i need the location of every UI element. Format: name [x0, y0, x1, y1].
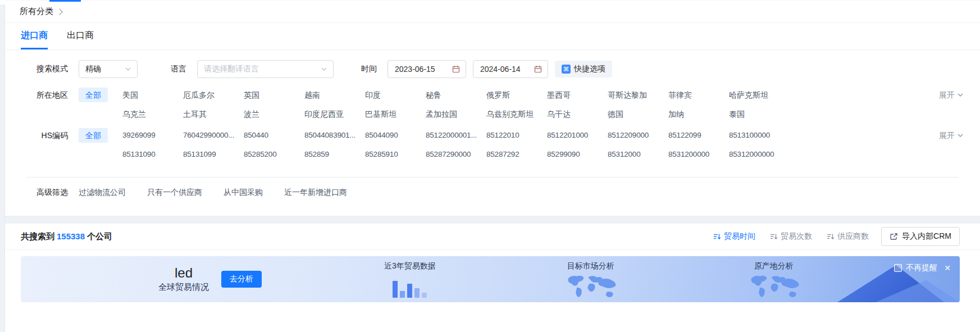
- region-option[interactable]: 印度: [365, 87, 426, 103]
- region-option[interactable]: 俄罗斯: [486, 87, 547, 103]
- advanced-option[interactable]: 近一年新增进口商: [284, 188, 347, 198]
- region-list-row2: 乌克兰土耳其波兰印度尼西亚巴基斯坦孟加拉国乌兹别克斯坦乌干达德国加纳泰国: [122, 106, 790, 122]
- region-option[interactable]: 英国: [244, 87, 304, 103]
- sort-option-label: 贸易时间: [724, 231, 755, 242]
- sort-option[interactable]: 供应商数: [827, 231, 869, 242]
- region-option[interactable]: 乌兹别克斯坦: [486, 106, 547, 122]
- end-date-input[interactable]: 2024-06-14: [473, 60, 548, 78]
- search-mode-value: 精确: [85, 64, 101, 74]
- hs-code-option[interactable]: 85044083901...: [304, 128, 365, 143]
- import-crm-button[interactable]: 导入内部CRM: [881, 227, 960, 246]
- start-date-input[interactable]: 2023-06-15: [388, 60, 466, 78]
- dont-remind-checkbox[interactable]: [894, 264, 902, 272]
- sort-icon: [770, 233, 778, 240]
- hs-code-option[interactable]: 85312000: [608, 147, 668, 162]
- active-top-tab-indicator: [49, 0, 81, 2]
- advanced-option[interactable]: 从中国采购: [224, 188, 263, 198]
- sort-option[interactable]: 贸易次数: [770, 231, 812, 242]
- region-option[interactable]: 菲律宾: [668, 87, 729, 103]
- hs-code-option[interactable]: 85285200: [244, 147, 304, 162]
- trade-data-section[interactable]: 近3年贸易数据: [384, 256, 436, 302]
- keyword-block: led 全球贸易情况: [158, 256, 209, 302]
- region-option[interactable]: 泰国: [729, 106, 790, 122]
- region-filter-row: 所在地区 全部 美国厄瓜多尔英国越南印度秘鲁俄罗斯墨西哥哥斯达黎加菲律宾哈萨克斯…: [6, 87, 980, 122]
- hs-code-option[interactable]: 8513100000: [729, 128, 790, 143]
- region-option[interactable]: 波兰: [244, 106, 304, 122]
- quick-options-label: 快捷选项: [574, 64, 605, 74]
- filter-card: 搜索模式 精确 语言 请选择翻译语言 时间 2023-06-15 2024-06…: [6, 60, 980, 216]
- region-expand-link[interactable]: 展开: [939, 87, 980, 103]
- sort-option-label: 贸易次数: [781, 231, 812, 242]
- importer-exporter-tabs: 进口商出口商: [6, 22, 980, 50]
- hs-code-option[interactable]: 39269099: [122, 128, 183, 143]
- breadcrumb-label[interactable]: 所有分类: [20, 6, 53, 17]
- hs-code-option[interactable]: 85122010: [486, 128, 547, 143]
- command-icon: ⌘: [562, 65, 571, 74]
- region-option[interactable]: 乌干达: [547, 106, 608, 122]
- world-map-icon: [747, 274, 801, 298]
- region-option[interactable]: 加纳: [668, 106, 729, 122]
- advanced-option[interactable]: 只有一个供应商: [147, 188, 202, 198]
- hs-code-option[interactable]: 85131099: [183, 147, 244, 162]
- results-card: 共搜索到155338个公司 贸易时间 贸易次数 供应商数 导入内部CRM: [6, 224, 980, 302]
- time-label: 时间: [360, 64, 377, 74]
- advanced-option[interactable]: 过滤物流公司: [79, 188, 126, 198]
- breadcrumb[interactable]: 所有分类: [6, 0, 980, 22]
- hs-code-list-row1: 3926909976042990000...85044085044083901.…: [122, 128, 790, 143]
- region-option[interactable]: 秘鲁: [426, 87, 486, 103]
- hs-code-option[interactable]: 85287292: [486, 147, 547, 162]
- dismiss-controls: 不再提醒 ✕: [894, 256, 951, 302]
- hs-code-option[interactable]: 85312000000: [729, 147, 790, 162]
- filter-divider: [27, 177, 959, 178]
- sort-option[interactable]: 贸易时间: [713, 231, 755, 242]
- region-option[interactable]: 乌克兰: [122, 106, 183, 122]
- hs-code-option[interactable]: 8531200000: [668, 147, 729, 162]
- hs-code-option[interactable]: 8512209000: [608, 128, 668, 143]
- search-mode-select[interactable]: 精确: [79, 60, 138, 78]
- bar: [422, 293, 427, 298]
- region-all-tag[interactable]: 全部: [79, 88, 108, 102]
- tab[interactable]: 进口商: [21, 23, 48, 49]
- language-placeholder: 请选择翻译语言: [204, 64, 259, 74]
- language-select[interactable]: 请选择翻译语言: [197, 60, 334, 78]
- hs-code-option[interactable]: 85122099: [668, 128, 729, 143]
- hs-code-option[interactable]: 85122000001...: [426, 128, 486, 143]
- keyword-subtitle: 全球贸易情况: [158, 282, 209, 293]
- region-option[interactable]: 土耳其: [183, 106, 244, 122]
- origin-analysis-section[interactable]: 原产地分析: [747, 256, 801, 302]
- hs-expand-link[interactable]: 展开: [939, 128, 980, 143]
- hs-code-option[interactable]: 85299090: [547, 147, 608, 162]
- hs-code-option[interactable]: 850440: [244, 128, 304, 143]
- region-list-row1: 美国厄瓜多尔英国越南印度秘鲁俄罗斯墨西哥哥斯达黎加菲律宾哈萨克斯坦: [122, 87, 790, 103]
- region-option[interactable]: 哥斯达黎加: [608, 87, 668, 103]
- summary-suffix: 个公司: [87, 231, 112, 241]
- region-option[interactable]: 德国: [608, 106, 668, 122]
- target-market-section[interactable]: 目标市场分析: [564, 256, 618, 302]
- region-option[interactable]: 墨西哥: [547, 87, 608, 103]
- sort-icon: [827, 233, 835, 240]
- chevron-down-icon: [958, 93, 963, 97]
- region-option[interactable]: 美国: [122, 87, 183, 103]
- region-option[interactable]: 厄瓜多尔: [183, 87, 244, 103]
- region-option[interactable]: 孟加拉国: [426, 106, 486, 122]
- quick-options-button[interactable]: ⌘ 快捷选项: [555, 61, 612, 78]
- region-option[interactable]: 印度尼西亚: [304, 106, 365, 122]
- analyze-button[interactable]: 去分析: [221, 271, 262, 288]
- hs-code-option[interactable]: 85285910: [365, 147, 426, 162]
- hs-code-option[interactable]: 85044090: [365, 128, 426, 143]
- close-icon[interactable]: ✕: [944, 263, 951, 274]
- region-option[interactable]: 巴基斯坦: [365, 106, 426, 122]
- main-panel: 所有分类 进口商出口商 搜索模式 精确 语言 请选择翻译语言 时间 2023-0…: [6, 0, 980, 302]
- tab[interactable]: 出口商: [67, 23, 94, 49]
- language-label: 语言: [170, 64, 186, 74]
- hs-code-option[interactable]: 76042990000...: [183, 128, 244, 143]
- hs-code-option[interactable]: 852859: [304, 147, 365, 162]
- hs-all-tag[interactable]: 全部: [79, 128, 108, 143]
- chevron-right-icon: [56, 8, 62, 15]
- hs-code-option[interactable]: 85287290000: [426, 147, 486, 162]
- region-option[interactable]: 哈萨克斯坦: [729, 87, 790, 103]
- region-option[interactable]: 越南: [304, 87, 365, 103]
- hs-code-option[interactable]: 85131090: [122, 147, 183, 162]
- results-count[interactable]: 155338: [57, 231, 85, 241]
- hs-code-option[interactable]: 8512201000: [547, 128, 608, 143]
